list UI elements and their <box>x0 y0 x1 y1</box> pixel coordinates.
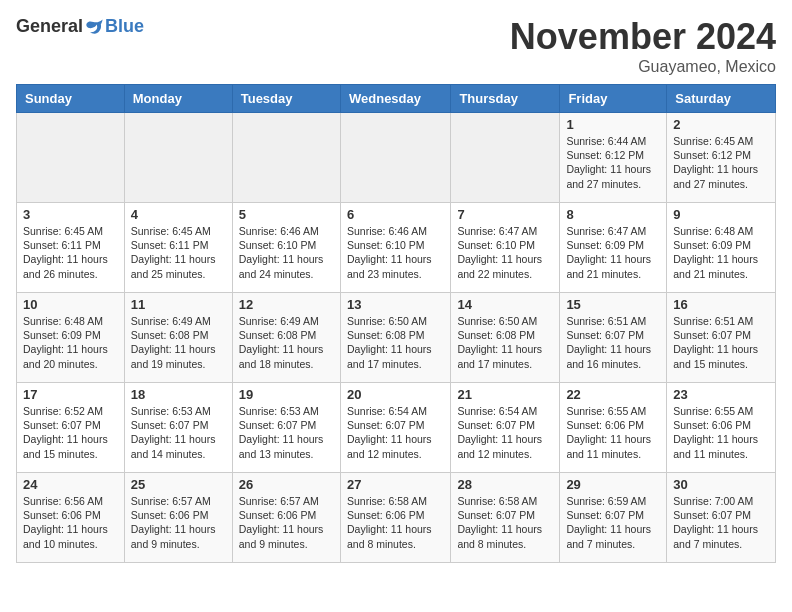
weekday-header-monday: Monday <box>124 85 232 113</box>
calendar-cell: 30Sunrise: 7:00 AM Sunset: 6:07 PM Dayli… <box>667 473 776 563</box>
weekday-header-thursday: Thursday <box>451 85 560 113</box>
calendar-cell: 22Sunrise: 6:55 AM Sunset: 6:06 PM Dayli… <box>560 383 667 473</box>
day-number: 7 <box>457 207 553 222</box>
day-info: Sunrise: 6:48 AM Sunset: 6:09 PM Dayligh… <box>673 224 769 281</box>
day-info: Sunrise: 6:54 AM Sunset: 6:07 PM Dayligh… <box>347 404 444 461</box>
calendar-cell: 9Sunrise: 6:48 AM Sunset: 6:09 PM Daylig… <box>667 203 776 293</box>
day-info: Sunrise: 6:45 AM Sunset: 6:12 PM Dayligh… <box>673 134 769 191</box>
day-info: Sunrise: 6:51 AM Sunset: 6:07 PM Dayligh… <box>566 314 660 371</box>
calendar-cell: 26Sunrise: 6:57 AM Sunset: 6:06 PM Dayli… <box>232 473 340 563</box>
calendar-cell: 16Sunrise: 6:51 AM Sunset: 6:07 PM Dayli… <box>667 293 776 383</box>
day-number: 29 <box>566 477 660 492</box>
calendar-cell: 5Sunrise: 6:46 AM Sunset: 6:10 PM Daylig… <box>232 203 340 293</box>
calendar-cell: 19Sunrise: 6:53 AM Sunset: 6:07 PM Dayli… <box>232 383 340 473</box>
day-number: 18 <box>131 387 226 402</box>
weekday-header-sunday: Sunday <box>17 85 125 113</box>
day-info: Sunrise: 6:59 AM Sunset: 6:07 PM Dayligh… <box>566 494 660 551</box>
day-number: 17 <box>23 387 118 402</box>
day-number: 1 <box>566 117 660 132</box>
calendar-cell <box>124 113 232 203</box>
calendar-header-row: SundayMondayTuesdayWednesdayThursdayFrid… <box>17 85 776 113</box>
day-number: 6 <box>347 207 444 222</box>
location-subtitle: Guayameo, Mexico <box>510 58 776 76</box>
day-number: 5 <box>239 207 334 222</box>
day-number: 13 <box>347 297 444 312</box>
weekday-header-friday: Friday <box>560 85 667 113</box>
calendar-cell: 23Sunrise: 6:55 AM Sunset: 6:06 PM Dayli… <box>667 383 776 473</box>
calendar-cell: 25Sunrise: 6:57 AM Sunset: 6:06 PM Dayli… <box>124 473 232 563</box>
day-number: 2 <box>673 117 769 132</box>
day-number: 3 <box>23 207 118 222</box>
day-number: 20 <box>347 387 444 402</box>
calendar-cell <box>451 113 560 203</box>
day-number: 25 <box>131 477 226 492</box>
calendar-cell: 2Sunrise: 6:45 AM Sunset: 6:12 PM Daylig… <box>667 113 776 203</box>
calendar-cell: 21Sunrise: 6:54 AM Sunset: 6:07 PM Dayli… <box>451 383 560 473</box>
day-info: Sunrise: 6:55 AM Sunset: 6:06 PM Dayligh… <box>566 404 660 461</box>
calendar-cell: 11Sunrise: 6:49 AM Sunset: 6:08 PM Dayli… <box>124 293 232 383</box>
day-info: Sunrise: 6:45 AM Sunset: 6:11 PM Dayligh… <box>131 224 226 281</box>
day-number: 19 <box>239 387 334 402</box>
day-info: Sunrise: 6:57 AM Sunset: 6:06 PM Dayligh… <box>239 494 334 551</box>
calendar-cell <box>17 113 125 203</box>
calendar-cell: 29Sunrise: 6:59 AM Sunset: 6:07 PM Dayli… <box>560 473 667 563</box>
day-number: 4 <box>131 207 226 222</box>
day-info: Sunrise: 6:52 AM Sunset: 6:07 PM Dayligh… <box>23 404 118 461</box>
weekday-header-saturday: Saturday <box>667 85 776 113</box>
day-info: Sunrise: 6:44 AM Sunset: 6:12 PM Dayligh… <box>566 134 660 191</box>
day-info: Sunrise: 7:00 AM Sunset: 6:07 PM Dayligh… <box>673 494 769 551</box>
day-info: Sunrise: 6:57 AM Sunset: 6:06 PM Dayligh… <box>131 494 226 551</box>
day-info: Sunrise: 6:49 AM Sunset: 6:08 PM Dayligh… <box>131 314 226 371</box>
day-info: Sunrise: 6:58 AM Sunset: 6:07 PM Dayligh… <box>457 494 553 551</box>
page-header: General Blue November 2024 Guayameo, Mex… <box>16 16 776 76</box>
day-info: Sunrise: 6:51 AM Sunset: 6:07 PM Dayligh… <box>673 314 769 371</box>
calendar-cell <box>232 113 340 203</box>
day-number: 26 <box>239 477 334 492</box>
calendar-week-row: 1Sunrise: 6:44 AM Sunset: 6:12 PM Daylig… <box>17 113 776 203</box>
calendar-week-row: 17Sunrise: 6:52 AM Sunset: 6:07 PM Dayli… <box>17 383 776 473</box>
day-number: 30 <box>673 477 769 492</box>
calendar-cell: 12Sunrise: 6:49 AM Sunset: 6:08 PM Dayli… <box>232 293 340 383</box>
calendar-cell: 18Sunrise: 6:53 AM Sunset: 6:07 PM Dayli… <box>124 383 232 473</box>
calendar-week-row: 3Sunrise: 6:45 AM Sunset: 6:11 PM Daylig… <box>17 203 776 293</box>
calendar-week-row: 10Sunrise: 6:48 AM Sunset: 6:09 PM Dayli… <box>17 293 776 383</box>
day-number: 10 <box>23 297 118 312</box>
day-info: Sunrise: 6:45 AM Sunset: 6:11 PM Dayligh… <box>23 224 118 281</box>
day-info: Sunrise: 6:46 AM Sunset: 6:10 PM Dayligh… <box>239 224 334 281</box>
month-title: November 2024 <box>510 16 776 58</box>
day-info: Sunrise: 6:46 AM Sunset: 6:10 PM Dayligh… <box>347 224 444 281</box>
calendar-cell: 24Sunrise: 6:56 AM Sunset: 6:06 PM Dayli… <box>17 473 125 563</box>
logo-blue-text: Blue <box>105 16 144 37</box>
day-info: Sunrise: 6:53 AM Sunset: 6:07 PM Dayligh… <box>131 404 226 461</box>
calendar-cell: 17Sunrise: 6:52 AM Sunset: 6:07 PM Dayli… <box>17 383 125 473</box>
day-info: Sunrise: 6:56 AM Sunset: 6:06 PM Dayligh… <box>23 494 118 551</box>
weekday-header-tuesday: Tuesday <box>232 85 340 113</box>
calendar-cell: 4Sunrise: 6:45 AM Sunset: 6:11 PM Daylig… <box>124 203 232 293</box>
day-number: 11 <box>131 297 226 312</box>
day-number: 27 <box>347 477 444 492</box>
day-info: Sunrise: 6:54 AM Sunset: 6:07 PM Dayligh… <box>457 404 553 461</box>
day-number: 22 <box>566 387 660 402</box>
day-number: 23 <box>673 387 769 402</box>
day-number: 8 <box>566 207 660 222</box>
calendar-table: SundayMondayTuesdayWednesdayThursdayFrid… <box>16 84 776 563</box>
day-number: 15 <box>566 297 660 312</box>
calendar-cell: 3Sunrise: 6:45 AM Sunset: 6:11 PM Daylig… <box>17 203 125 293</box>
day-info: Sunrise: 6:53 AM Sunset: 6:07 PM Dayligh… <box>239 404 334 461</box>
calendar-cell: 8Sunrise: 6:47 AM Sunset: 6:09 PM Daylig… <box>560 203 667 293</box>
logo-general-text: General <box>16 16 83 37</box>
calendar-cell: 27Sunrise: 6:58 AM Sunset: 6:06 PM Dayli… <box>340 473 450 563</box>
day-number: 24 <box>23 477 118 492</box>
calendar-cell: 15Sunrise: 6:51 AM Sunset: 6:07 PM Dayli… <box>560 293 667 383</box>
day-info: Sunrise: 6:50 AM Sunset: 6:08 PM Dayligh… <box>347 314 444 371</box>
calendar-cell: 28Sunrise: 6:58 AM Sunset: 6:07 PM Dayli… <box>451 473 560 563</box>
day-info: Sunrise: 6:58 AM Sunset: 6:06 PM Dayligh… <box>347 494 444 551</box>
calendar-cell: 13Sunrise: 6:50 AM Sunset: 6:08 PM Dayli… <box>340 293 450 383</box>
calendar-week-row: 24Sunrise: 6:56 AM Sunset: 6:06 PM Dayli… <box>17 473 776 563</box>
calendar-cell: 1Sunrise: 6:44 AM Sunset: 6:12 PM Daylig… <box>560 113 667 203</box>
day-info: Sunrise: 6:49 AM Sunset: 6:08 PM Dayligh… <box>239 314 334 371</box>
day-number: 21 <box>457 387 553 402</box>
day-number: 14 <box>457 297 553 312</box>
calendar-cell: 10Sunrise: 6:48 AM Sunset: 6:09 PM Dayli… <box>17 293 125 383</box>
day-info: Sunrise: 6:47 AM Sunset: 6:10 PM Dayligh… <box>457 224 553 281</box>
